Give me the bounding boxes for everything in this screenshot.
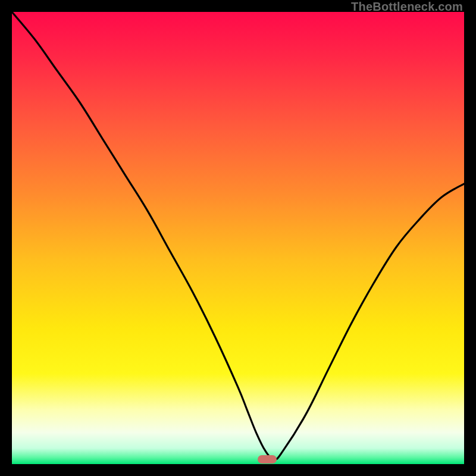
optimum-marker	[258, 455, 277, 464]
bottleneck-curve	[12, 12, 464, 464]
attribution-label: TheBottleneck.com	[351, 0, 463, 14]
plot-area	[12, 12, 464, 464]
chart-frame: TheBottleneck.com	[0, 0, 476, 476]
